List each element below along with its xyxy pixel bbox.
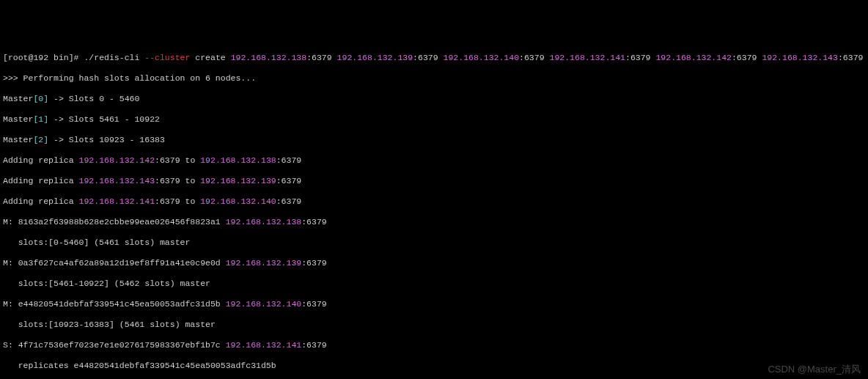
slots-info: slots:[10923-16383] (5461 slots) master xyxy=(3,320,865,330)
watermark: CSDN @Master_清风 xyxy=(768,364,861,375)
master-node: M: 8163a2f63988b628e2cbbe99eae026456f882… xyxy=(3,217,865,227)
replicates-info: replicates e44820541debfaf339541c45ea500… xyxy=(3,361,865,371)
master-node: M: e44820541debfaf339541c45ea50053adfc31… xyxy=(3,299,865,309)
adding-replica: Adding replica 192.168.132.142:6379 to 1… xyxy=(3,155,865,166)
slots-info: slots:[5461-10922] (5462 slots) master xyxy=(3,279,865,289)
adding-replica: Adding replica 192.168.132.141:6379 to 1… xyxy=(3,196,865,207)
master-assignment: Master[2] -> Slots 10923 - 16383 xyxy=(3,135,865,145)
terminal-output[interactable]: [root@192 bin]# ./redis-cli --cluster cr… xyxy=(3,43,865,379)
master-assignment: Master[0] -> Slots 0 - 5460 xyxy=(3,94,865,104)
master-assignment: Master[1] -> Slots 5461 - 10922 xyxy=(3,114,865,125)
adding-replica: Adding replica 192.168.132.143:6379 to 1… xyxy=(3,176,865,186)
command-line: [root@192 bin]# ./redis-cli --cluster cr… xyxy=(3,53,865,63)
slots-info: slots:[0-5460] (5461 slots) master xyxy=(3,238,865,248)
master-node: M: 0a3f627ca4af62a89a12d19ef8ff91a41e0c9… xyxy=(3,258,865,268)
allocation-header: >>> Performing hash slots allocation on … xyxy=(3,73,865,84)
slave-node: S: 4f71c7536ef7023e7e1e0276175983367ebf1… xyxy=(3,340,865,350)
